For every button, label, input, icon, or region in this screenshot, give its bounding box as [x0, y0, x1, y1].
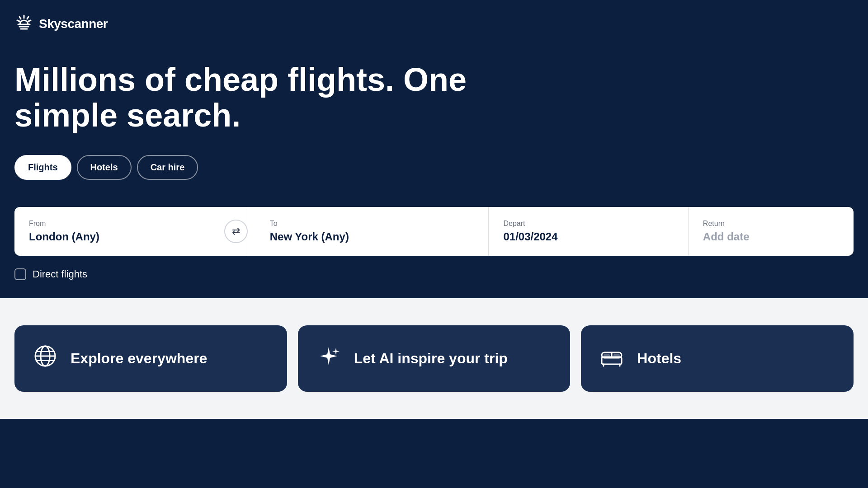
from-field[interactable]: From London (Any) ⇄ [14, 207, 248, 256]
return-label: Return [703, 220, 839, 228]
header: Skyscanner [0, 0, 868, 44]
hero-section: Millions of cheap flights. One simple se… [0, 44, 868, 207]
globe-icon [33, 343, 58, 374]
depart-value: 01/03/2024 [503, 230, 557, 243]
tab-flights[interactable]: Flights [14, 155, 71, 180]
explore-everywhere-card[interactable]: Explore everywhere [14, 325, 287, 392]
to-field[interactable]: To New York (Any) [248, 207, 489, 256]
logo[interactable]: Skyscanner [14, 13, 108, 35]
return-placeholder: Add date [703, 230, 750, 243]
return-field[interactable]: Return Add date [689, 207, 854, 256]
from-value: London (Any) [29, 230, 99, 243]
svg-line-2 [28, 20, 31, 21]
bottom-section: Explore everywhere Let AI inspire your t… [0, 298, 868, 419]
ai-inspire-card[interactable]: Let AI inspire your trip [298, 325, 571, 392]
svg-line-1 [27, 17, 28, 19]
brand-name: Skyscanner [39, 17, 108, 31]
svg-line-4 [17, 20, 19, 21]
hotels-card[interactable]: Hotels [581, 325, 854, 392]
depart-field[interactable]: Depart 01/03/2024 [489, 207, 688, 256]
direct-flights-row: Direct flights [14, 268, 854, 280]
sparkle-icon [316, 343, 341, 374]
direct-flights-checkbox[interactable] [14, 268, 26, 280]
search-container: From London (Any) ⇄ To New York (Any) De… [0, 207, 868, 298]
from-label: From [29, 220, 233, 228]
swap-icon: ⇄ [232, 225, 240, 237]
direct-flights-label: Direct flights [33, 268, 87, 280]
svg-rect-16 [604, 354, 610, 358]
tab-car-hire[interactable]: Car hire [137, 155, 198, 180]
ai-inspire-label: Let AI inspire your trip [354, 350, 508, 367]
svg-rect-17 [613, 354, 620, 358]
hero-title: Millions of cheap flights. One simple se… [14, 62, 557, 133]
depart-label: Depart [503, 220, 673, 228]
to-value: New York (Any) [270, 230, 349, 243]
explore-everywhere-label: Explore everywhere [71, 350, 207, 367]
tab-hotels[interactable]: Hotels [77, 155, 132, 180]
hotel-icon [599, 343, 624, 374]
swap-button[interactable]: ⇄ [224, 220, 248, 243]
hotels-label: Hotels [637, 350, 681, 367]
skyscanner-logo-icon [14, 13, 33, 35]
tab-bar: Flights Hotels Car hire [14, 155, 854, 180]
svg-line-3 [19, 17, 21, 19]
to-label: To [270, 220, 474, 228]
search-bar: From London (Any) ⇄ To New York (Any) De… [14, 207, 854, 256]
